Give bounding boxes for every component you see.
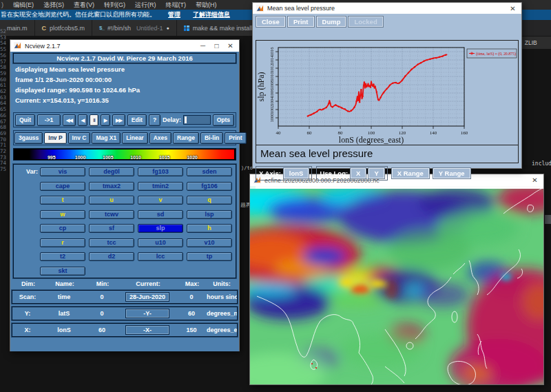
editor-tab[interactable]: $_#!/bin/shUntitled-1●: [92, 20, 177, 36]
var-button-tmin2[interactable]: tmin2: [138, 182, 183, 191]
var-button-t2[interactable]: t2: [40, 252, 85, 261]
dim-header: Current:: [119, 280, 177, 289]
shell-file-icon: $_: [99, 25, 104, 31]
var-button-u10[interactable]: u10: [138, 238, 183, 247]
svg-text:1016: 1016: [269, 47, 274, 56]
bi-lin-button[interactable]: Bi-lin: [200, 132, 223, 144]
range-button[interactable]: Range: [173, 132, 199, 144]
pause-button[interactable]: ‖: [90, 114, 98, 126]
ncview-window-title: Ncview 2.1.7: [25, 43, 61, 50]
var-button-deg0l[interactable]: deg0l: [89, 167, 134, 176]
matlab-file-icon: C: [42, 25, 47, 32]
step-forward-button[interactable]: ▶: [101, 114, 110, 126]
plot-axis-controls: X Axis: lonS Use Log: X Y X Range Y Rang…: [256, 166, 470, 180]
delay-label: Delay:: [163, 116, 181, 123]
menu-item[interactable]: 编辑(E): [13, 1, 34, 10]
x-range-button[interactable]: X Range: [392, 168, 429, 178]
var-button-fg103[interactable]: fg103: [138, 167, 183, 176]
step-back-button[interactable]: ◀: [78, 114, 87, 126]
var-button-sf[interactable]: sf: [89, 224, 134, 233]
print-button[interactable]: Print: [225, 132, 246, 144]
inv-c-button[interactable]: Inv C: [68, 132, 91, 144]
var-button-q[interactable]: q: [187, 196, 232, 205]
dump-button[interactable]: Dump: [317, 17, 346, 27]
slp-line-chart[interactable]: 4060801001201401601000100210041006100810…: [256, 41, 518, 145]
var-button-sden[interactable]: sden: [187, 167, 232, 176]
step-one-button[interactable]: ->1: [37, 114, 61, 126]
var-button-t[interactable]: t: [40, 196, 85, 205]
editor-tab[interactable]: Cplotfcobs5.m: [35, 20, 93, 36]
ncview-app-icon: [14, 42, 21, 50]
dim-current-button[interactable]: -Y-: [125, 309, 169, 318]
rewind-button[interactable]: ◀◀: [63, 114, 76, 126]
menu-item[interactable]: 选择(S): [43, 1, 64, 10]
y-range-button[interactable]: Y Range: [433, 168, 470, 178]
colorbar[interactable]: 99510001005101010151020: [13, 148, 236, 161]
edit-button[interactable]: Edit: [127, 114, 147, 126]
ncview-titlebar[interactable]: Ncview 2.1.7 ─ □ ✕: [10, 40, 239, 52]
var-button-tcwv[interactable]: tcwv: [89, 210, 134, 219]
dim-current-button[interactable]: -X-: [125, 325, 169, 335]
3gauss-button[interactable]: 3gauss: [14, 132, 43, 144]
menu-item[interactable]: 查看(V): [74, 1, 94, 10]
trust-manage-link[interactable]: 管理: [168, 10, 180, 19]
inv-p-button[interactable]: Inv P: [44, 132, 66, 144]
range-line: displayed range: 990.598 to 1024.66 hPa: [15, 86, 140, 94]
minimize-button[interactable]: ─: [198, 41, 208, 51]
var-button-h[interactable]: h: [187, 224, 232, 233]
quit-button[interactable]: Quit: [15, 114, 35, 126]
var-button-cp[interactable]: cp: [40, 224, 85, 233]
var-button-vis[interactable]: vis: [40, 167, 85, 176]
dim-current-button[interactable]: 28-Jun-2020: [125, 292, 169, 302]
svg-text:slp (hPa): slp (hPa): [256, 72, 266, 102]
print-button[interactable]: Print: [288, 17, 314, 27]
menu-item[interactable]: 终端(T): [166, 1, 187, 10]
menu-item[interactable]: 运行(R): [135, 1, 156, 10]
var-label: Var:: [26, 168, 38, 175]
x-axis-variable-button[interactable]: lonS: [284, 168, 309, 178]
fast-forward-button[interactable]: ▶▶: [112, 114, 125, 126]
var-button-w[interactable]: w: [40, 210, 85, 219]
trust-learn-more-link[interactable]: 了解详细信息: [193, 10, 230, 19]
var-button-v[interactable]: v: [138, 196, 183, 205]
var-button-tmax2[interactable]: tmax2: [89, 182, 134, 191]
var-button-slp[interactable]: slp: [138, 224, 183, 233]
linear-button[interactable]: Linear: [122, 132, 148, 144]
close-icon[interactable]: ✕: [508, 3, 518, 14]
menu-item[interactable]: 转到(G): [104, 1, 125, 10]
plot-titlebar[interactable]: Mean sea level pressure ✕: [253, 3, 521, 14]
var-button-d2[interactable]: d2: [89, 252, 134, 261]
tree-item-zlib[interactable]: › ZLIB: [517, 37, 551, 49]
log-y-button[interactable]: Y: [368, 168, 384, 178]
close-button[interactable]: Close: [256, 17, 285, 27]
close-icon[interactable]: ✕: [530, 175, 540, 185]
delay-input[interactable]: [183, 115, 211, 125]
help-button[interactable]: ?: [149, 114, 160, 126]
opts-button[interactable]: Opts: [213, 114, 234, 126]
log-x-button[interactable]: X: [351, 168, 366, 178]
maximize-button[interactable]: □: [211, 41, 222, 51]
var-button-u[interactable]: u: [89, 196, 134, 205]
chart-panel[interactable]: 4060801001201401601000100210041006100810…: [256, 40, 519, 145]
var-button-fg106[interactable]: fg106: [187, 182, 232, 191]
weather-map-image[interactable]: [250, 186, 543, 384]
var-button-lcc[interactable]: lcc: [138, 252, 183, 261]
var-button-sd[interactable]: sd: [138, 210, 183, 219]
dimension-header-row: Dim:Name:Min:Current:Max:Units:: [13, 280, 236, 289]
var-button-v10[interactable]: v10: [187, 238, 232, 247]
var-button-tp[interactable]: tp: [187, 252, 232, 261]
dim-header: Dim:: [13, 280, 43, 289]
var-button-skt[interactable]: skt: [40, 267, 85, 276]
locked-button[interactable]: Locked: [349, 17, 382, 27]
menu-item[interactable]: 帮助(H): [196, 1, 217, 10]
dim-header: Max:: [177, 280, 207, 289]
close-button[interactable]: ✕: [225, 41, 236, 51]
axes-button[interactable]: Axes: [149, 132, 171, 144]
var-button-r[interactable]: r: [40, 238, 85, 247]
var-button-lsp[interactable]: lsp: [187, 210, 232, 219]
var-button-cape[interactable]: cape: [40, 182, 85, 191]
dim-row-time: Scan:time 0 28-Jun-2020 0 hours since 2: [12, 290, 238, 304]
var-button-tcc[interactable]: tcc: [89, 238, 134, 247]
mag-x1-button[interactable]: Mag X1: [92, 132, 121, 144]
svg-text:140: 140: [430, 130, 437, 136]
